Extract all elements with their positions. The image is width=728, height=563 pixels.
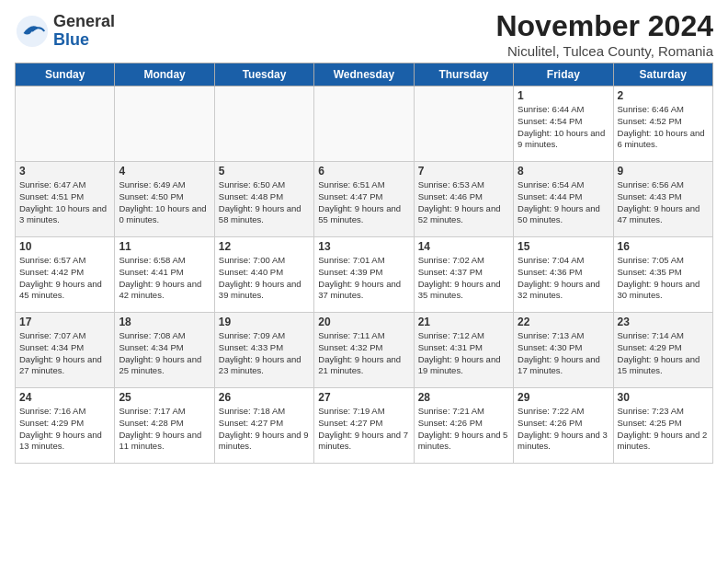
table-row: 29Sunrise: 7:22 AM Sunset: 4:26 PM Dayli… [514,388,613,464]
day-info: Sunrise: 6:51 AM Sunset: 4:47 PM Dayligh… [318,179,409,226]
day-info: Sunrise: 7:14 AM Sunset: 4:29 PM Dayligh… [618,330,709,377]
table-row: 23Sunrise: 7:14 AM Sunset: 4:29 PM Dayli… [613,313,712,388]
day-info: Sunrise: 7:17 AM Sunset: 4:28 PM Dayligh… [119,406,210,453]
day-info: Sunrise: 7:09 AM Sunset: 4:33 PM Dayligh… [219,330,310,377]
table-row: 20Sunrise: 7:11 AM Sunset: 4:32 PM Dayli… [314,313,414,388]
table-row: 27Sunrise: 7:19 AM Sunset: 4:27 PM Dayli… [314,388,414,464]
table-row: 1Sunrise: 6:44 AM Sunset: 4:54 PM Daylig… [514,86,613,162]
day-number: 4 [119,165,210,178]
table-row: 18Sunrise: 7:08 AM Sunset: 4:34 PM Dayli… [115,313,214,388]
day-number: 30 [618,391,709,404]
day-number: 12 [219,240,310,253]
table-row: 22Sunrise: 7:13 AM Sunset: 4:30 PM Dayli… [514,313,613,388]
table-row: 6Sunrise: 6:51 AM Sunset: 4:47 PM Daylig… [314,162,414,237]
location-title: Niculitel, Tulcea County, Romania [495,43,713,59]
calendar-week-row: 1Sunrise: 6:44 AM Sunset: 4:54 PM Daylig… [16,86,713,162]
day-info: Sunrise: 7:07 AM Sunset: 4:34 PM Dayligh… [19,330,110,377]
day-number: 3 [19,165,110,178]
col-sunday: Sunday [16,63,115,86]
col-wednesday: Wednesday [314,63,414,86]
col-saturday: Saturday [613,63,712,86]
page: General Blue November 2024 Niculitel, Tu… [0,0,728,473]
table-row: 2Sunrise: 6:46 AM Sunset: 4:52 PM Daylig… [613,86,712,162]
col-thursday: Thursday [414,63,513,86]
day-info: Sunrise: 7:08 AM Sunset: 4:34 PM Dayligh… [119,330,210,377]
table-row: 19Sunrise: 7:09 AM Sunset: 4:33 PM Dayli… [214,313,313,388]
day-info: Sunrise: 7:18 AM Sunset: 4:27 PM Dayligh… [219,406,310,453]
day-info: Sunrise: 7:02 AM Sunset: 4:37 PM Dayligh… [418,255,509,302]
title-block: November 2024 Niculitel, Tulcea County, … [495,9,713,59]
logo-blue-text: Blue [53,30,89,49]
header: General Blue November 2024 Niculitel, Tu… [15,9,713,59]
calendar-table: Sunday Monday Tuesday Wednesday Thursday… [15,63,713,464]
table-row: 17Sunrise: 7:07 AM Sunset: 4:34 PM Dayli… [16,313,115,388]
table-row: 25Sunrise: 7:17 AM Sunset: 4:28 PM Dayli… [115,388,214,464]
day-info: Sunrise: 7:05 AM Sunset: 4:35 PM Dayligh… [618,255,709,302]
day-info: Sunrise: 6:47 AM Sunset: 4:51 PM Dayligh… [19,179,110,226]
table-row: 30Sunrise: 7:23 AM Sunset: 4:25 PM Dayli… [613,388,712,464]
logo-icon [15,14,50,49]
day-number: 7 [418,165,509,178]
day-info: Sunrise: 7:04 AM Sunset: 4:36 PM Dayligh… [518,255,609,302]
calendar-week-row: 17Sunrise: 7:07 AM Sunset: 4:34 PM Dayli… [16,313,713,388]
table-row: 26Sunrise: 7:18 AM Sunset: 4:27 PM Dayli… [214,388,313,464]
table-row: 12Sunrise: 7:00 AM Sunset: 4:40 PM Dayli… [214,237,313,313]
day-info: Sunrise: 6:53 AM Sunset: 4:46 PM Dayligh… [418,179,509,226]
day-info: Sunrise: 7:23 AM Sunset: 4:25 PM Dayligh… [618,406,709,453]
col-monday: Monday [115,63,214,86]
day-info: Sunrise: 6:57 AM Sunset: 4:42 PM Dayligh… [19,255,110,302]
day-info: Sunrise: 6:46 AM Sunset: 4:52 PM Dayligh… [618,104,709,151]
calendar-week-row: 24Sunrise: 7:16 AM Sunset: 4:29 PM Dayli… [16,388,713,464]
table-row [115,86,214,162]
day-number: 5 [219,165,310,178]
logo: General Blue [15,13,115,50]
day-number: 21 [418,316,509,328]
day-number: 28 [418,391,509,404]
day-info: Sunrise: 7:13 AM Sunset: 4:30 PM Dayligh… [518,330,609,377]
day-info: Sunrise: 7:12 AM Sunset: 4:31 PM Dayligh… [418,330,509,377]
table-row: 24Sunrise: 7:16 AM Sunset: 4:29 PM Dayli… [16,388,115,464]
table-row [314,86,414,162]
day-number: 27 [318,391,409,404]
table-row [414,86,513,162]
table-row: 14Sunrise: 7:02 AM Sunset: 4:37 PM Dayli… [414,237,513,313]
day-number: 19 [219,316,310,328]
day-info: Sunrise: 7:01 AM Sunset: 4:39 PM Dayligh… [318,255,409,302]
calendar-week-row: 10Sunrise: 6:57 AM Sunset: 4:42 PM Dayli… [16,237,713,313]
day-info: Sunrise: 6:58 AM Sunset: 4:41 PM Dayligh… [119,255,210,302]
calendar-week-row: 3Sunrise: 6:47 AM Sunset: 4:51 PM Daylig… [16,162,713,237]
day-info: Sunrise: 6:50 AM Sunset: 4:48 PM Dayligh… [219,179,310,226]
table-row: 3Sunrise: 6:47 AM Sunset: 4:51 PM Daylig… [16,162,115,237]
table-row: 10Sunrise: 6:57 AM Sunset: 4:42 PM Dayli… [16,237,115,313]
col-friday: Friday [514,63,613,86]
day-number: 2 [618,89,709,102]
day-info: Sunrise: 6:54 AM Sunset: 4:44 PM Dayligh… [518,179,609,226]
day-number: 8 [518,165,609,178]
day-info: Sunrise: 7:21 AM Sunset: 4:26 PM Dayligh… [418,406,509,453]
table-row: 28Sunrise: 7:21 AM Sunset: 4:26 PM Dayli… [414,388,513,464]
day-info: Sunrise: 7:19 AM Sunset: 4:27 PM Dayligh… [318,406,409,453]
day-number: 11 [119,240,210,253]
day-number: 17 [19,316,110,328]
day-info: Sunrise: 7:16 AM Sunset: 4:29 PM Dayligh… [19,406,110,453]
day-info: Sunrise: 7:22 AM Sunset: 4:26 PM Dayligh… [518,406,609,453]
day-number: 10 [19,240,110,253]
day-number: 14 [418,240,509,253]
day-info: Sunrise: 7:11 AM Sunset: 4:32 PM Dayligh… [318,330,409,377]
table-row: 4Sunrise: 6:49 AM Sunset: 4:50 PM Daylig… [115,162,214,237]
day-number: 23 [618,316,709,328]
day-number: 18 [119,316,210,328]
table-row: 7Sunrise: 6:53 AM Sunset: 4:46 PM Daylig… [414,162,513,237]
table-row: 11Sunrise: 6:58 AM Sunset: 4:41 PM Dayli… [115,237,214,313]
table-row: 9Sunrise: 6:56 AM Sunset: 4:43 PM Daylig… [613,162,712,237]
table-row: 16Sunrise: 7:05 AM Sunset: 4:35 PM Dayli… [613,237,712,313]
table-row: 8Sunrise: 6:54 AM Sunset: 4:44 PM Daylig… [514,162,613,237]
day-number: 6 [318,165,409,178]
table-row [214,86,313,162]
day-number: 16 [618,240,709,253]
col-tuesday: Tuesday [214,63,313,86]
day-number: 29 [518,391,609,404]
day-number: 1 [518,89,609,102]
day-info: Sunrise: 6:49 AM Sunset: 4:50 PM Dayligh… [119,179,210,226]
calendar-header-row: Sunday Monday Tuesday Wednesday Thursday… [16,63,713,86]
